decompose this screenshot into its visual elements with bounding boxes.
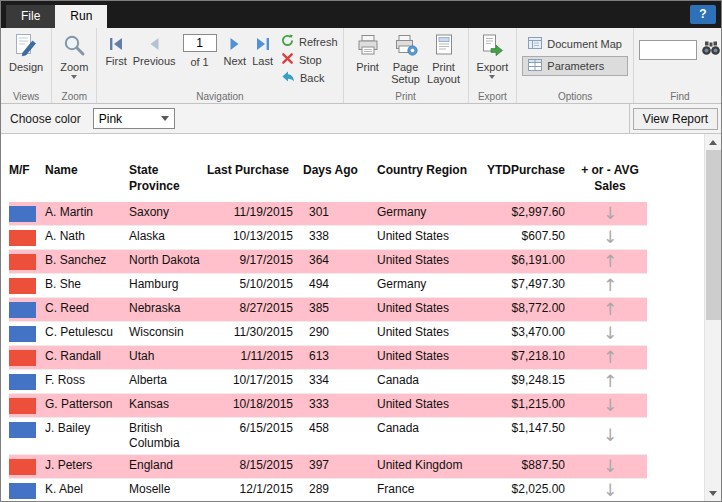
cell-name: A. Martin (45, 202, 129, 226)
cell-country: Germany (377, 202, 487, 226)
print-button[interactable]: Print (349, 31, 387, 75)
page-number-input[interactable] (183, 34, 217, 52)
tab-run[interactable]: Run (55, 5, 107, 28)
cell-state: Nebraska (129, 298, 207, 322)
parameters-button[interactable]: Parameters (522, 56, 628, 76)
last-page-label: Last (252, 55, 273, 67)
zoom-button[interactable]: Zoom (57, 31, 91, 81)
color-select-value: Pink (99, 112, 122, 126)
cell-days-ago: 458 (303, 418, 377, 455)
cell-last-purchase: 10/17/2015 (207, 370, 303, 394)
find-binoculars-icon[interactable] (701, 40, 721, 60)
report-header-row: M/F Name State Province Last Purchase Da… (9, 160, 647, 202)
titlebar: File Run ? (1, 1, 721, 28)
stop-button[interactable]: Stop (281, 52, 338, 67)
trend-arrow: ↓ (603, 395, 617, 415)
cell-last-purchase: 8/15/2015 (207, 455, 303, 479)
find-input[interactable] (639, 40, 697, 60)
first-page-label: First (105, 55, 126, 67)
design-button[interactable]: Design (6, 31, 46, 75)
cell-last-purchase: 10/13/2015 (207, 226, 303, 250)
trend-arrow: ↓ (603, 323, 617, 343)
gender-square (9, 326, 36, 342)
last-page-button[interactable]: Last (249, 31, 276, 67)
trend-arrow: ↓ (603, 456, 617, 476)
scrollbar-thumb[interactable] (706, 150, 721, 320)
document-map-button[interactable]: Document Map (522, 34, 628, 54)
cell-state: North Dakota (129, 250, 207, 274)
cell-country: United States (377, 250, 487, 274)
cell-last-purchase: 11/19/2015 (207, 202, 303, 226)
scroll-up-icon (709, 140, 717, 145)
trend-arrow: ↑ (603, 299, 617, 319)
color-select[interactable]: Pink (93, 108, 175, 129)
previous-page-label: Previous (133, 55, 176, 67)
refresh-button[interactable]: Refresh (281, 34, 338, 49)
export-icon (480, 33, 504, 60)
choose-color-label: Choose color (10, 112, 81, 126)
cell-days-ago: 290 (303, 322, 377, 346)
cell-state: Wisconsin (129, 322, 207, 346)
ribbon-group-print: Print Page Setup (344, 28, 469, 103)
table-row: C. Randall Utah 1/11/2015 613 United Sta… (9, 346, 647, 370)
export-button[interactable]: Export (474, 31, 512, 81)
cell-days-ago: 334 (303, 370, 377, 394)
vertical-scrollbar[interactable] (704, 134, 721, 501)
cell-days-ago: 301 (303, 202, 377, 226)
cell-state: Hamburg (129, 274, 207, 298)
export-group-label: Export (469, 91, 517, 102)
trend-arrow: ↓ (603, 425, 617, 445)
col-header-mf: M/F (9, 160, 45, 202)
next-page-icon (227, 35, 243, 52)
cell-country: United States (377, 394, 487, 418)
col-header-ytd-purchase: YTDPurchase (487, 160, 573, 202)
table-row: F. Ross Alberta 10/17/2015 334 Canada $9… (9, 370, 647, 394)
gender-square (9, 398, 36, 414)
cell-days-ago: 289 (303, 479, 377, 502)
gender-square (9, 254, 36, 270)
help-button[interactable]: ? (690, 5, 716, 24)
back-button[interactable]: Back (281, 70, 338, 85)
view-report-button[interactable]: View Report (633, 108, 718, 130)
first-page-button[interactable]: First (102, 31, 129, 67)
tab-file[interactable]: File (6, 5, 55, 28)
cell-state: Kansas (129, 394, 207, 418)
cell-last-purchase: 10/18/2015 (207, 394, 303, 418)
ribbon-group-views: Design Views (1, 28, 52, 103)
trend-arrow: ↑ (603, 371, 617, 391)
printer-icon (356, 33, 380, 60)
cell-state: Moselle (129, 479, 207, 502)
gender-square (9, 374, 36, 390)
table-row: A. Martin Saxony 11/19/2015 301 Germany … (9, 202, 647, 226)
cell-last-purchase: 9/17/2015 (207, 250, 303, 274)
print-layout-button[interactable]: Print Layout (425, 31, 463, 88)
report-table: M/F Name State Province Last Purchase Da… (9, 160, 647, 501)
page-setup-icon (394, 33, 418, 60)
gender-square (9, 459, 36, 475)
print-button-label: Print (356, 61, 379, 74)
cell-ytd: $887.50 (487, 455, 573, 479)
gender-square (9, 206, 36, 222)
col-header-avg-sales: + or - AVG Sales (573, 160, 647, 202)
print-layout-label: Print Layout (427, 61, 460, 86)
cell-last-purchase: 11/30/2015 (207, 322, 303, 346)
next-page-button[interactable]: Next (221, 31, 250, 67)
views-group-label: Views (1, 91, 51, 102)
cell-last-purchase: 6/15/2015 (207, 418, 303, 455)
document-map-icon (528, 37, 542, 51)
page-setup-button[interactable]: Page Setup (387, 31, 425, 88)
cell-state: Alaska (129, 226, 207, 250)
scroll-down-button[interactable] (705, 485, 721, 501)
cell-name: J. Peters (45, 455, 129, 479)
gender-square (9, 350, 36, 366)
page-count-label: of 1 (190, 56, 208, 68)
chevron-down-icon (489, 75, 495, 79)
zoom-magnifier-icon (62, 33, 86, 60)
scroll-up-button[interactable] (705, 134, 721, 150)
refresh-label: Refresh (299, 36, 338, 48)
ribbon-group-options: Document Map Parameters Options (517, 28, 634, 103)
previous-page-button[interactable]: Previous (130, 31, 179, 67)
find-group-label: Find (634, 91, 721, 102)
cell-last-purchase: 8/27/2015 (207, 298, 303, 322)
cell-state: Utah (129, 346, 207, 370)
